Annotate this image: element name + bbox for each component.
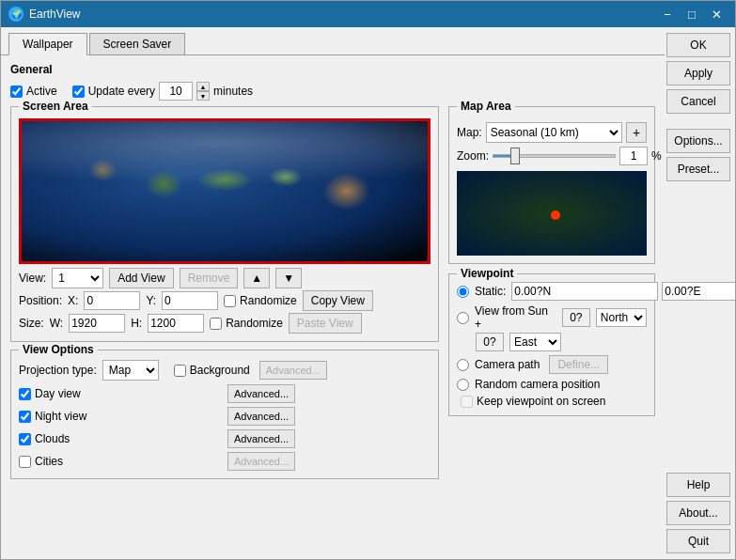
update-checkbox[interactable] xyxy=(72,86,85,98)
size-row: Size: W: H: Randomize Paste View xyxy=(19,313,431,334)
general-row: Active Update every ▲ ▼ xyxy=(10,82,655,101)
randomize2-label: Randomize xyxy=(210,317,283,330)
close-button[interactable]: ✕ xyxy=(705,5,728,23)
quit-button[interactable]: Quit xyxy=(666,529,730,553)
view-row: View: 1 Add View Remove ▲ ▼ xyxy=(19,268,431,288)
screen-area-title: Screen Area xyxy=(19,100,92,113)
keep-label: Keep viewpoint on screen xyxy=(461,395,605,408)
camera-row: Camera path Define... xyxy=(457,355,647,374)
background-checkbox[interactable] xyxy=(174,365,186,377)
view-select[interactable]: 1 xyxy=(52,268,103,288)
spinner-down[interactable]: ▼ xyxy=(196,91,210,101)
general-title: General xyxy=(10,63,655,76)
help-button[interactable]: Help xyxy=(666,473,730,497)
apply-button[interactable]: Apply xyxy=(666,61,730,86)
maximize-button[interactable]: □ xyxy=(681,5,703,23)
projection-select[interactable]: Map xyxy=(102,360,159,381)
random-radio[interactable] xyxy=(457,379,469,391)
two-col-layout: Screen Area 1 View: xyxy=(10,106,655,552)
remove-button[interactable]: Remove xyxy=(180,268,239,288)
advanced4-button[interactable]: Advanced... xyxy=(227,429,295,448)
tab-wallpaper[interactable]: Wallpaper xyxy=(8,33,87,55)
define-button[interactable]: Define... xyxy=(549,355,608,374)
content-area: Wallpaper Screen Saver General Active xyxy=(1,27,735,559)
east-deg-input[interactable] xyxy=(476,333,504,351)
tab-screensaver[interactable]: Screen Saver xyxy=(89,33,186,54)
active-label: Active xyxy=(10,85,57,98)
randomize1-checkbox[interactable] xyxy=(224,295,236,307)
screen-area-group: Screen Area 1 View: xyxy=(10,106,439,342)
map-plus-button[interactable]: + xyxy=(626,122,647,143)
advanced2-button[interactable]: Advanced... xyxy=(227,384,295,403)
static-row: Static: xyxy=(457,282,647,301)
app-icon: 🌍 xyxy=(8,7,23,22)
keep-row: Keep viewpoint on screen xyxy=(457,395,647,408)
copy-view-button[interactable]: Copy View xyxy=(303,290,373,311)
main-panel: Wallpaper Screen Saver General Active xyxy=(1,27,665,559)
static-label: Static: xyxy=(475,285,506,298)
arrow-up-button[interactable]: ▲ xyxy=(243,268,270,288)
update-row: Update every ▲ ▼ minutes xyxy=(72,82,253,101)
viewpoint-title: Viewpoint xyxy=(457,267,517,280)
x-input[interactable] xyxy=(84,291,140,310)
projection-row: Projection type: Map Background Advanced… xyxy=(19,360,431,381)
map-location-dot xyxy=(551,210,560,220)
interval-spinner: ▲ ▼ xyxy=(196,82,210,101)
static-radio[interactable] xyxy=(457,286,469,298)
h-input[interactable] xyxy=(148,314,204,333)
zoom-input[interactable] xyxy=(619,147,648,165)
advanced5-button[interactable]: Advanced... xyxy=(227,452,295,471)
w-input[interactable] xyxy=(69,314,125,333)
static-coords xyxy=(511,282,735,301)
day-view-checkbox[interactable] xyxy=(19,388,31,400)
coord1-input[interactable] xyxy=(511,282,658,301)
clouds-checkbox[interactable] xyxy=(19,433,31,445)
position-label: Position: xyxy=(19,294,62,307)
minutes-label: minutes xyxy=(213,85,253,98)
x-label: X: xyxy=(68,294,78,307)
sun-radio[interactable] xyxy=(457,312,469,324)
east-select[interactable]: East West xyxy=(509,333,561,351)
active-checkbox[interactable] xyxy=(10,86,23,98)
right-column: Map Area Map: Seasonal (10 km) + Zoom: xyxy=(448,106,655,552)
cities-advanced-row: Advanced... xyxy=(227,452,431,471)
advanced3-button[interactable]: Advanced... xyxy=(227,407,295,426)
coord2-input[interactable] xyxy=(662,282,735,301)
advanced1-button[interactable]: Advanced... xyxy=(259,361,327,380)
zoom-slider[interactable] xyxy=(493,154,616,158)
spinner-up[interactable]: ▲ xyxy=(196,82,210,91)
randomize2-checkbox[interactable] xyxy=(210,318,222,330)
camera-radio[interactable] xyxy=(457,359,469,371)
general-section: General Active Update every xyxy=(10,63,655,101)
minimize-button[interactable]: − xyxy=(656,5,679,23)
camera-label: Camera path xyxy=(475,358,540,371)
zoom-row: Zoom: % xyxy=(457,147,647,165)
cities-checkbox[interactable] xyxy=(19,456,31,468)
left-column: Screen Area 1 View: xyxy=(10,106,439,552)
sun-row: View from Sun + North South xyxy=(457,304,647,331)
h-label: H: xyxy=(131,317,142,330)
cancel-button[interactable]: Cancel xyxy=(666,89,730,114)
ok-button[interactable]: OK xyxy=(666,33,730,57)
preset-button[interactable]: Preset... xyxy=(666,157,730,181)
paste-view-button[interactable]: Paste View xyxy=(289,313,362,334)
earth-preview: 1 xyxy=(19,118,431,264)
about-button[interactable]: About... xyxy=(666,501,730,525)
north-select[interactable]: North South xyxy=(596,308,647,327)
update-interval-input[interactable] xyxy=(159,82,193,101)
background-label: Background xyxy=(174,364,250,377)
y-input[interactable] xyxy=(162,291,218,310)
zoom-label: Zoom: xyxy=(457,149,489,163)
window-title: EarthView xyxy=(29,8,656,21)
add-view-button[interactable]: Add View xyxy=(109,268,173,288)
cities-row: Cities xyxy=(19,452,222,471)
options-button[interactable]: Options... xyxy=(666,129,730,153)
map-area-title: Map Area xyxy=(457,100,515,113)
north-deg-input[interactable] xyxy=(562,308,590,327)
night-view-checkbox[interactable] xyxy=(19,411,31,423)
zoom-pct: % xyxy=(651,149,662,163)
keep-checkbox[interactable] xyxy=(461,396,473,408)
map-select[interactable]: Seasonal (10 km) xyxy=(486,122,622,143)
arrow-down-button[interactable]: ▼ xyxy=(275,268,302,288)
sun-label: View from Sun + xyxy=(475,304,556,331)
